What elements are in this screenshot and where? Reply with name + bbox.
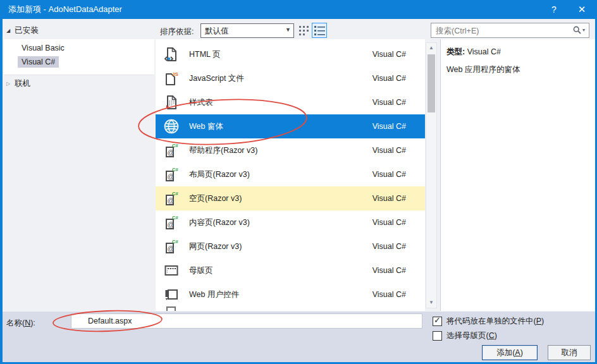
chevron-down-icon: ▼	[285, 27, 291, 33]
template-language: Visual C#	[372, 98, 406, 107]
add-button[interactable]: 添加(A)	[482, 345, 538, 360]
search-options-caret-icon[interactable]: ▾	[582, 27, 585, 33]
svg-text:C#: C#	[172, 167, 178, 173]
template-list-item[interactable]: Web 用户控件 Visual C#	[156, 282, 425, 306]
razor-icon: @C#	[164, 215, 179, 230]
template-name: 母版页	[189, 265, 372, 276]
sort-by-value: 默认值	[205, 26, 229, 37]
expanded-triangle-icon[interactable]: ◢	[6, 28, 10, 33]
template-list-item[interactable]: JS JavaScript 文件 Visual C#	[156, 66, 425, 90]
stylesheet-icon	[164, 95, 179, 110]
svg-text:@: @	[168, 149, 175, 156]
template-name: Web 窗体	[189, 121, 372, 132]
name-label: 名称(N):	[6, 318, 35, 329]
template-name: 布局页(Razor v3)	[189, 169, 372, 180]
sidebar-item-installed[interactable]: ◢ 已安装	[6, 25, 39, 36]
master-page-icon	[164, 263, 179, 278]
title-bar[interactable]: 添加新项 - AdoNetDataAdapter ? ✕	[0, 0, 597, 19]
template-list-item[interactable]: @C# 空页(Razor v3) Visual C#	[156, 186, 425, 210]
sidebar-item-online[interactable]: ▷ 联机	[6, 78, 30, 89]
checkbox-row-separate-file[interactable]: ✓ 将代码放在单独的文件中(P)	[433, 316, 544, 327]
sidebar-item-visual-csharp[interactable]: Visual C#	[18, 56, 59, 68]
list-view-icon	[314, 25, 325, 36]
add-new-item-dialog: 添加新项 - AdoNetDataAdapter ? ✕ 排序依据: 默认值 ▼…	[0, 0, 597, 364]
search-input[interactable]: 搜索(Ctrl+E) ▾	[431, 23, 589, 38]
window-border-left	[0, 0, 3, 364]
razor-icon: @C#	[164, 191, 179, 206]
user-control-icon	[164, 287, 179, 302]
master-page-label: 选择母版页(C)	[446, 331, 497, 341]
scroll-up-icon[interactable]: ▲	[426, 43, 436, 53]
template-name: HTML 页	[189, 49, 372, 60]
search-placeholder: 搜索(Ctrl+E)	[436, 26, 479, 37]
template-name: JavaScript 文件	[189, 73, 372, 84]
svg-text:C#: C#	[172, 215, 178, 221]
online-header-label: 联机	[15, 78, 30, 89]
type-value: Visual C#	[467, 47, 501, 56]
list-scrollbar[interactable]: ▲ ▼	[426, 42, 437, 308]
separate-file-label: 将代码放在单独的文件中(P)	[446, 316, 544, 327]
razor-icon: @C#	[164, 167, 179, 182]
template-language: Visual C#	[372, 194, 406, 203]
template-list-item[interactable]: @C# 帮助程序(Razor v3) Visual C#	[156, 138, 425, 162]
template-name: 空页(Razor v3)	[189, 193, 372, 204]
svg-text:@: @	[168, 173, 175, 180]
scroll-down-icon[interactable]: ▼	[426, 298, 436, 308]
template-language: Visual C#	[372, 218, 406, 227]
template-details-pane: 类型: Visual C# Web 应用程序的窗体	[441, 39, 595, 311]
template-name: 内容页(Razor v3)	[189, 217, 372, 228]
razor-icon: @C#	[164, 239, 179, 254]
scrollbar-thumb[interactable]	[428, 54, 435, 112]
small-icons-view-icon	[298, 25, 310, 36]
template-list-item[interactable]: @C# 内容页(Razor v3) Visual C#	[156, 210, 425, 234]
file-name-value: Default.aspx	[88, 317, 132, 325]
installed-subtree: Visual Basic Visual C#	[4, 39, 154, 75]
close-button[interactable]: ✕	[569, 0, 594, 19]
collapsed-triangle-icon[interactable]: ▷	[6, 81, 10, 87]
js-file-icon: JS	[164, 71, 179, 86]
dialog-title: 添加新项 - AdoNetDataAdapter	[8, 0, 122, 19]
template-description: Web 应用程序的窗体	[446, 64, 520, 75]
sort-by-dropdown[interactable]: 默认值 ▼	[200, 23, 294, 38]
template-list-item[interactable]: @C# 布局页(Razor v3) Visual C#	[156, 162, 425, 186]
checkbox-row-master-page[interactable]: ✓ 选择母版页(C)	[433, 331, 497, 341]
master-page-checkbox[interactable]: ✓	[433, 331, 442, 341]
template-name: Web 用户控件	[189, 289, 372, 300]
template-language: Visual C#	[372, 170, 406, 179]
file-name-input[interactable]: Default.aspx	[71, 313, 422, 329]
sidebar-item-visual-basic[interactable]: Visual Basic	[18, 42, 68, 54]
template-language: Visual C#	[372, 146, 406, 155]
template-language: Visual C#	[372, 242, 406, 251]
svg-text:JS: JS	[172, 71, 178, 77]
template-category-pane: ◢ 已安装 Visual Basic Visual C# ▷ 联机	[3, 19, 156, 311]
template-list: HTML 页 Visual C# JS JavaScript 文件 Visual…	[156, 39, 425, 311]
template-language: Visual C#	[372, 122, 406, 131]
cancel-button[interactable]: 取消	[548, 345, 591, 360]
svg-text:C#: C#	[172, 191, 178, 197]
svg-text:@: @	[168, 197, 175, 204]
template-name: 样式表	[189, 97, 372, 108]
razor-icon: @C#	[164, 143, 179, 158]
small-icons-view-button[interactable]	[298, 25, 310, 36]
svg-text:@: @	[168, 245, 175, 252]
sort-by-label: 排序依据:	[160, 27, 194, 37]
checkmark-icon: ✓	[434, 315, 441, 325]
help-button[interactable]: ?	[541, 0, 567, 19]
separate-file-checkbox[interactable]: ✓	[433, 317, 442, 326]
svg-text:C#: C#	[172, 143, 178, 149]
template-language: Visual C#	[372, 74, 406, 83]
list-view-button[interactable]	[312, 23, 327, 38]
template-language: Visual C#	[372, 50, 406, 59]
dialog-footer: 名称(N): Default.aspx ✓ 将代码放在单独的文件中(P) ✓ 选…	[0, 311, 597, 362]
template-list-item[interactable]: 样式表 Visual C#	[156, 90, 425, 114]
svg-text:C#: C#	[172, 239, 178, 245]
template-name: 帮助程序(Razor v3)	[189, 145, 372, 156]
installed-header-label: 已安装	[15, 25, 39, 36]
type-label: 类型:	[446, 47, 465, 56]
template-list-item[interactable]: 母版页 Visual C#	[156, 258, 425, 282]
template-list-item[interactable]: @C# 网页(Razor v3) Visual C#	[156, 234, 425, 258]
clipped-template-icon	[164, 306, 179, 311]
template-list-item[interactable]: Web 窗体 Visual C#	[156, 114, 425, 138]
template-list-item[interactable]: HTML 页 Visual C#	[156, 42, 425, 66]
svg-text:@: @	[168, 221, 175, 228]
